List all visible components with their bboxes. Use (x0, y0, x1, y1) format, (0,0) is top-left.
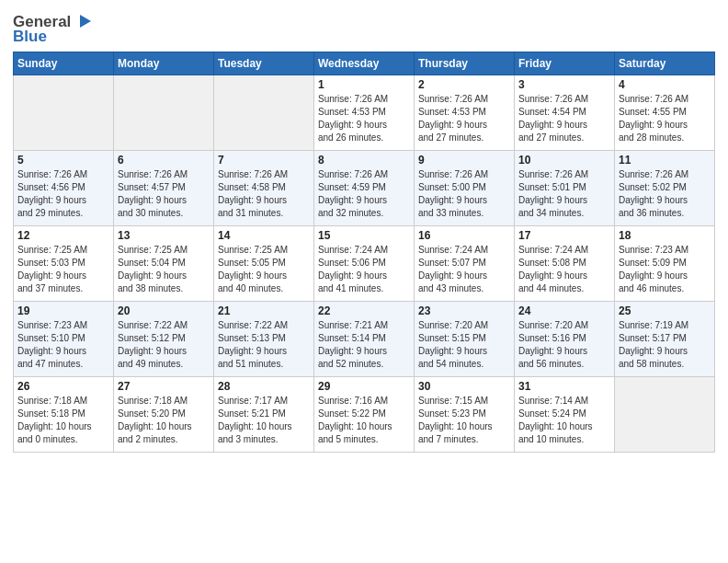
week-row-1: 1Sunrise: 7:26 AM Sunset: 4:53 PM Daylig… (14, 75, 715, 151)
calendar-cell: 17Sunrise: 7:24 AM Sunset: 5:08 PM Dayli… (515, 226, 615, 302)
day-number: 24 (518, 304, 610, 317)
day-info: Sunrise: 7:26 AM Sunset: 5:02 PM Dayligh… (619, 168, 711, 220)
day-info: Sunrise: 7:22 AM Sunset: 5:12 PM Dayligh… (118, 319, 210, 371)
day-info: Sunrise: 7:26 AM Sunset: 5:00 PM Dayligh… (418, 168, 510, 220)
day-info: Sunrise: 7:22 AM Sunset: 5:13 PM Dayligh… (218, 319, 310, 371)
day-info: Sunrise: 7:17 AM Sunset: 5:21 PM Dayligh… (218, 395, 310, 446)
weekday-thursday: Thursday (415, 52, 515, 75)
day-number: 8 (318, 154, 410, 167)
day-number: 27 (118, 380, 210, 393)
calendar-cell: 15Sunrise: 7:24 AM Sunset: 5:06 PM Dayli… (314, 226, 415, 302)
weekday-sunday: Sunday (14, 52, 114, 75)
day-number: 28 (218, 380, 310, 393)
day-number: 4 (619, 78, 711, 91)
day-info: Sunrise: 7:26 AM Sunset: 4:58 PM Dayligh… (218, 168, 310, 220)
day-info: Sunrise: 7:26 AM Sunset: 4:55 PM Dayligh… (619, 93, 711, 144)
day-info: Sunrise: 7:15 AM Sunset: 5:23 PM Dayligh… (418, 395, 510, 446)
day-number: 1 (318, 78, 410, 91)
calendar-cell: 10Sunrise: 7:26 AM Sunset: 5:01 PM Dayli… (515, 151, 615, 226)
calendar-cell: 21Sunrise: 7:22 AM Sunset: 5:13 PM Dayli… (214, 302, 314, 377)
logo-blue: Blue (13, 28, 47, 46)
calendar-cell: 7Sunrise: 7:26 AM Sunset: 4:58 PM Daylig… (214, 151, 314, 226)
day-number: 3 (518, 78, 610, 91)
weekday-tuesday: Tuesday (214, 52, 314, 75)
day-number: 30 (418, 380, 510, 393)
day-number: 10 (518, 154, 610, 167)
weekday-friday: Friday (515, 52, 615, 75)
day-number: 17 (518, 229, 610, 242)
day-info: Sunrise: 7:26 AM Sunset: 4:59 PM Dayligh… (318, 168, 410, 220)
day-number: 16 (418, 229, 510, 242)
logo: General Blue (13, 13, 93, 46)
week-row-5: 26Sunrise: 7:18 AM Sunset: 5:18 PM Dayli… (14, 377, 715, 453)
calendar-cell: 9Sunrise: 7:26 AM Sunset: 5:00 PM Daylig… (415, 151, 515, 226)
day-number: 26 (17, 380, 109, 393)
day-info: Sunrise: 7:26 AM Sunset: 4:53 PM Dayligh… (318, 93, 410, 144)
day-number: 15 (318, 229, 410, 242)
calendar-cell: 26Sunrise: 7:18 AM Sunset: 5:18 PM Dayli… (14, 377, 114, 453)
calendar-cell: 27Sunrise: 7:18 AM Sunset: 5:20 PM Dayli… (114, 377, 214, 453)
day-number: 31 (518, 380, 610, 393)
day-info: Sunrise: 7:19 AM Sunset: 5:17 PM Dayligh… (619, 319, 711, 371)
calendar-cell: 11Sunrise: 7:26 AM Sunset: 5:02 PM Dayli… (615, 151, 715, 226)
day-info: Sunrise: 7:20 AM Sunset: 5:15 PM Dayligh… (418, 319, 510, 371)
day-number: 18 (619, 229, 711, 242)
weekday-wednesday: Wednesday (314, 52, 415, 75)
day-number: 13 (118, 229, 210, 242)
week-row-3: 12Sunrise: 7:25 AM Sunset: 5:03 PM Dayli… (14, 226, 715, 302)
calendar-cell (14, 75, 114, 151)
day-number: 19 (17, 304, 109, 317)
calendar-cell: 6Sunrise: 7:26 AM Sunset: 4:57 PM Daylig… (114, 151, 214, 226)
day-number: 12 (17, 229, 109, 242)
weekday-header-row: SundayMondayTuesdayWednesdayThursdayFrid… (14, 52, 715, 75)
day-number: 20 (118, 304, 210, 317)
weekday-monday: Monday (114, 52, 214, 75)
day-info: Sunrise: 7:16 AM Sunset: 5:22 PM Dayligh… (318, 395, 410, 446)
calendar-cell: 20Sunrise: 7:22 AM Sunset: 5:12 PM Dayli… (114, 302, 214, 377)
day-info: Sunrise: 7:25 AM Sunset: 5:03 PM Dayligh… (17, 244, 109, 295)
page: General Blue SundayMondayTuesdayWednesda… (0, 0, 728, 563)
day-info: Sunrise: 7:26 AM Sunset: 4:53 PM Dayligh… (418, 93, 510, 144)
svg-marker-0 (80, 15, 91, 28)
calendar-cell (615, 377, 715, 453)
calendar-cell: 4Sunrise: 7:26 AM Sunset: 4:55 PM Daylig… (615, 75, 715, 151)
day-info: Sunrise: 7:24 AM Sunset: 5:06 PM Dayligh… (318, 244, 410, 295)
calendar-cell: 13Sunrise: 7:25 AM Sunset: 5:04 PM Dayli… (114, 226, 214, 302)
day-number: 22 (318, 304, 410, 317)
day-number: 14 (218, 229, 310, 242)
calendar-cell: 5Sunrise: 7:26 AM Sunset: 4:56 PM Daylig… (14, 151, 114, 226)
calendar-cell: 23Sunrise: 7:20 AM Sunset: 5:15 PM Dayli… (415, 302, 515, 377)
day-info: Sunrise: 7:21 AM Sunset: 5:14 PM Dayligh… (318, 319, 410, 371)
calendar-cell: 29Sunrise: 7:16 AM Sunset: 5:22 PM Dayli… (314, 377, 415, 453)
calendar-cell: 1Sunrise: 7:26 AM Sunset: 4:53 PM Daylig… (314, 75, 415, 151)
day-number: 25 (619, 304, 711, 317)
day-info: Sunrise: 7:23 AM Sunset: 5:09 PM Dayligh… (619, 244, 711, 295)
calendar-cell: 30Sunrise: 7:15 AM Sunset: 5:23 PM Dayli… (415, 377, 515, 453)
day-number: 11 (619, 154, 711, 167)
day-info: Sunrise: 7:26 AM Sunset: 4:56 PM Dayligh… (17, 168, 109, 220)
day-number: 9 (418, 154, 510, 167)
day-info: Sunrise: 7:26 AM Sunset: 5:01 PM Dayligh… (518, 168, 610, 220)
calendar-cell: 18Sunrise: 7:23 AM Sunset: 5:09 PM Dayli… (615, 226, 715, 302)
calendar-cell: 16Sunrise: 7:24 AM Sunset: 5:07 PM Dayli… (415, 226, 515, 302)
calendar-cell: 31Sunrise: 7:14 AM Sunset: 5:24 PM Dayli… (515, 377, 615, 453)
day-number: 23 (418, 304, 510, 317)
day-info: Sunrise: 7:24 AM Sunset: 5:08 PM Dayligh… (518, 244, 610, 295)
day-number: 5 (17, 154, 109, 167)
day-number: 21 (218, 304, 310, 317)
day-info: Sunrise: 7:20 AM Sunset: 5:16 PM Dayligh… (518, 319, 610, 371)
calendar-cell: 22Sunrise: 7:21 AM Sunset: 5:14 PM Dayli… (314, 302, 415, 377)
calendar-cell: 28Sunrise: 7:17 AM Sunset: 5:21 PM Dayli… (214, 377, 314, 453)
calendar-cell (214, 75, 314, 151)
day-info: Sunrise: 7:18 AM Sunset: 5:18 PM Dayligh… (17, 395, 109, 446)
calendar-cell: 8Sunrise: 7:26 AM Sunset: 4:59 PM Daylig… (314, 151, 415, 226)
calendar-cell: 2Sunrise: 7:26 AM Sunset: 4:53 PM Daylig… (415, 75, 515, 151)
calendar-cell: 25Sunrise: 7:19 AM Sunset: 5:17 PM Dayli… (615, 302, 715, 377)
weekday-saturday: Saturday (615, 52, 715, 75)
day-info: Sunrise: 7:23 AM Sunset: 5:10 PM Dayligh… (17, 319, 109, 371)
calendar-cell: 24Sunrise: 7:20 AM Sunset: 5:16 PM Dayli… (515, 302, 615, 377)
day-info: Sunrise: 7:25 AM Sunset: 5:05 PM Dayligh… (218, 244, 310, 295)
day-number: 7 (218, 154, 310, 167)
day-info: Sunrise: 7:26 AM Sunset: 4:57 PM Dayligh… (118, 168, 210, 220)
day-number: 2 (418, 78, 510, 91)
